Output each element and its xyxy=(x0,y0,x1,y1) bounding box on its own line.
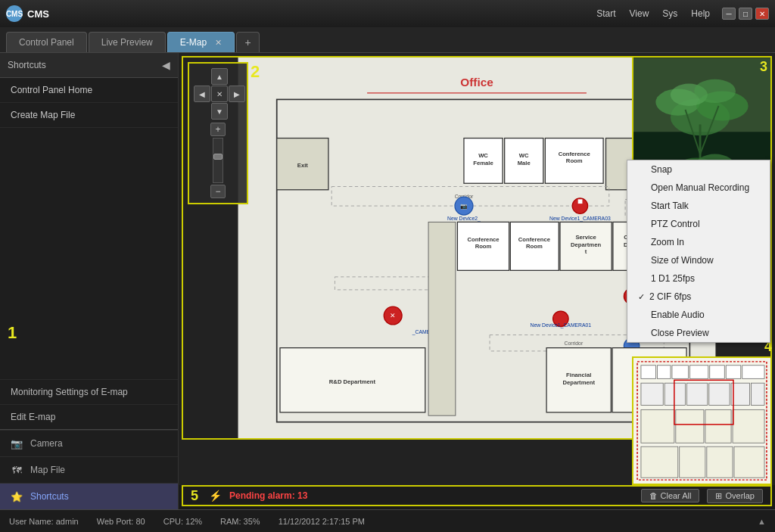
titlebar-menu: Start View Sys Help xyxy=(596,8,710,19)
tab-emap[interactable]: E-Map ✕ xyxy=(167,32,235,52)
svg-rect-100 xyxy=(751,383,764,405)
zone3-label: 3 xyxy=(760,59,767,75)
titlebar-controls: ─ □ ✕ xyxy=(722,8,769,20)
svg-text:Service: Service xyxy=(575,234,596,241)
svg-text:✕: ✕ xyxy=(390,312,396,319)
ctx-close-preview[interactable]: Close Preview xyxy=(627,324,770,342)
app-logo: CMS xyxy=(6,5,23,22)
status-user: User Name: admin xyxy=(9,517,79,526)
shortcuts-icon: ⭐ xyxy=(9,490,24,502)
ctx-2cif-6fps[interactable]: 2 CIF 6fps xyxy=(627,288,770,306)
svg-text:Male: Male xyxy=(518,160,531,166)
zoom-slider-thumb xyxy=(213,154,223,160)
tab-close-icon[interactable]: ✕ xyxy=(215,38,222,47)
svg-text:R&D Department: R&D Department xyxy=(329,378,376,385)
svg-text:Room: Room xyxy=(566,157,583,164)
minimap-zone[interactable] xyxy=(632,356,772,485)
status-datetime: 11/12/2012 2:17:15 PM xyxy=(279,517,365,526)
zone1-label: 1 xyxy=(8,323,17,343)
svg-rect-97 xyxy=(686,383,707,405)
svg-rect-89 xyxy=(657,366,671,379)
zone5-label: 5 xyxy=(191,488,198,504)
status-ram: RAM: 35% xyxy=(220,517,260,526)
svg-rect-95 xyxy=(641,383,663,405)
map-container[interactable]: 2 Office WC Female xyxy=(179,53,775,485)
ctx-snap[interactable]: Snap xyxy=(627,160,770,179)
status-arrow-icon[interactable]: ▲ xyxy=(758,517,766,526)
minimize-button[interactable]: ─ xyxy=(722,8,736,20)
svg-rect-102 xyxy=(676,409,704,443)
sidebar-title: Shortcuts xyxy=(8,60,46,70)
nav-down-button[interactable]: ▼ xyxy=(211,103,228,120)
clear-all-button[interactable]: 🗑 Clear All xyxy=(641,489,700,502)
maximize-button[interactable]: □ xyxy=(739,8,752,20)
camera-preview-zone: Snap Open Manual Recording Start Talk PT… xyxy=(632,56,772,222)
svg-rect-93 xyxy=(726,366,741,379)
ctx-zoom-in[interactable]: Zoom In xyxy=(627,233,770,251)
svg-rect-108 xyxy=(734,446,764,478)
nav-up-button[interactable]: ▲ xyxy=(211,68,228,85)
nav-center-button: ✕ xyxy=(211,86,228,102)
zoom-in-button[interactable]: + xyxy=(210,123,226,136)
svg-text:Departmen: Departmen xyxy=(571,241,601,248)
menu-help[interactable]: Help xyxy=(691,8,710,19)
svg-text:Conference: Conference xyxy=(559,151,590,157)
svg-rect-90 xyxy=(672,366,688,379)
tab-control-panel[interactable]: Control Panel xyxy=(6,32,87,52)
svg-rect-94 xyxy=(742,366,764,379)
svg-rect-104 xyxy=(733,409,764,443)
svg-text:New Device1_CAMERA03: New Device1_CAMERA03 xyxy=(549,216,611,222)
titlebar: CMS CMS Start View Sys Help ─ □ ✕ xyxy=(0,0,775,27)
nav-right-button[interactable]: ▶ xyxy=(229,86,245,102)
close-button[interactable]: ✕ xyxy=(755,8,769,20)
zoom-out-button[interactable]: − xyxy=(210,185,226,198)
ctx-1d1-25fps[interactable]: 1 D1 25fps xyxy=(627,269,770,288)
svg-rect-71 xyxy=(428,222,456,415)
nav-cross: ▲ ◀ ✕ ▶ ▼ xyxy=(194,68,245,120)
svg-text:t: t xyxy=(585,248,587,255)
menu-view[interactable]: View xyxy=(630,8,649,19)
sidebar-item-create-map-file[interactable]: Create Map File xyxy=(0,103,178,128)
svg-text:New Device2_: New Device2_ xyxy=(447,216,481,222)
alarm-bar: 5 ⚡ Pending alarm: 13 🗑 Clear All ⊞ Over… xyxy=(182,485,772,506)
sidebar-bottom: 📷 Camera 🗺 Map File ⭐ Shortcuts xyxy=(0,429,178,509)
svg-text:■: ■ xyxy=(577,196,583,207)
svg-text:Office: Office xyxy=(460,76,493,89)
sidebar-item-control-panel-home[interactable]: Control Panel Home xyxy=(0,78,178,103)
svg-text:Room: Room xyxy=(526,243,543,250)
sidebar-collapse-icon[interactable]: ◀ xyxy=(162,59,170,71)
alarm-icon: ⚡ xyxy=(209,490,222,502)
ctx-size-window[interactable]: Size of Window xyxy=(627,251,770,269)
menu-start[interactable]: Start xyxy=(596,8,615,19)
ctx-manual-recording[interactable]: Open Manual Recording xyxy=(627,179,770,197)
zoom-slider[interactable] xyxy=(213,138,223,183)
sidebar-item-monitoring-settings[interactable]: Monitoring Settings of E-map xyxy=(0,379,178,404)
status-cpu: CPU: 12% xyxy=(163,517,202,526)
tab-live-preview[interactable]: Live Preview xyxy=(89,32,166,52)
svg-text:New Device1_CAMERA01: New Device1_CAMERA01 xyxy=(531,322,592,328)
svg-rect-107 xyxy=(707,446,733,478)
svg-rect-101 xyxy=(641,409,674,443)
svg-text:Exit: Exit xyxy=(297,162,308,169)
sidebar-item-edit-emap[interactable]: Edit E-map xyxy=(0,404,178,429)
svg-text:Corridor: Corridor xyxy=(565,341,584,346)
context-menu: Snap Open Manual Recording Start Talk PT… xyxy=(627,160,770,343)
menu-sys[interactable]: Sys xyxy=(662,8,677,19)
camera-icon: 📷 xyxy=(9,437,24,450)
overlap-button[interactable]: ⊞ Overlap xyxy=(707,489,763,503)
sidebar-header: Shortcuts ◀ xyxy=(0,53,178,78)
tab-add-button[interactable]: + xyxy=(236,32,259,52)
sidebar-nav-map-file[interactable]: 🗺 Map File xyxy=(0,456,178,483)
svg-text:Female: Female xyxy=(473,160,493,166)
svg-rect-92 xyxy=(710,366,725,379)
status-web-port: Web Port: 80 xyxy=(97,517,145,526)
ctx-start-talk[interactable]: Start Talk xyxy=(627,197,770,215)
svg-rect-106 xyxy=(680,446,705,478)
svg-text:WC: WC xyxy=(478,152,488,159)
sidebar-nav-shortcuts[interactable]: ⭐ Shortcuts xyxy=(0,483,178,509)
sidebar-nav-camera[interactable]: 📷 Camera xyxy=(0,430,178,456)
svg-text:Conference: Conference xyxy=(467,236,499,243)
ctx-ptz-control[interactable]: PTZ Control xyxy=(627,215,770,233)
nav-left-button[interactable]: ◀ xyxy=(194,86,210,102)
ctx-enable-audio[interactable]: Enable Audio xyxy=(627,306,770,324)
